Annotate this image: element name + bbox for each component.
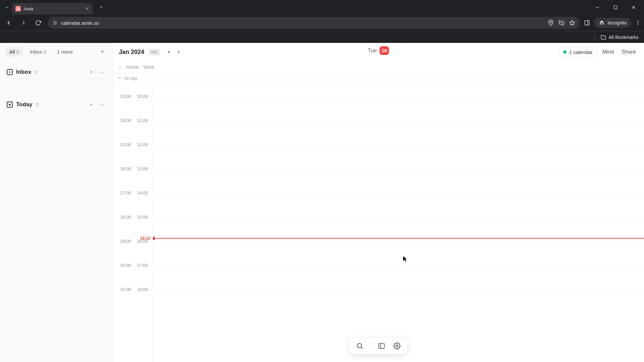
- tab-search-dropdown[interactable]: [3, 3, 11, 11]
- location-icon[interactable]: [548, 20, 554, 26]
- share-button[interactable]: Share: [620, 48, 638, 56]
- svg-marker-18: [168, 51, 169, 53]
- calendar-grid[interactable]: 13:0010:0014:0011:0015:0012:0016:0013:00…: [113, 83, 644, 362]
- svg-rect-11: [585, 20, 589, 25]
- pill-count: 0: [16, 49, 19, 55]
- bookmark-star-icon[interactable]: [569, 20, 575, 26]
- week-badge: W3: [148, 49, 160, 56]
- svg-point-16: [9, 71, 10, 73]
- sidebar-tab-more[interactable]: 1 more: [53, 47, 77, 57]
- forward-button[interactable]: [18, 17, 29, 28]
- svg-rect-17: [9, 104, 11, 106]
- calendar-count-label: 1 calendar: [569, 49, 593, 55]
- time-label: 17:0014:00: [113, 190, 153, 195]
- back-button[interactable]: [3, 17, 14, 28]
- minimize-button[interactable]: [590, 2, 605, 13]
- pill-label: Inbox: [30, 49, 42, 55]
- grid-lines: [153, 83, 644, 362]
- sidebar: All 0 Inbox 0 1 more + Inbox 0 + ⋯: [0, 43, 113, 362]
- incognito-label: Incognito: [607, 20, 627, 25]
- grid-line: [153, 97, 644, 97]
- list-section-inbox: Inbox 0 + ⋯: [5, 66, 107, 78]
- calendar-selector[interactable]: 1 calendar: [559, 47, 597, 57]
- list-add-button[interactable]: +: [88, 69, 95, 75]
- reload-button[interactable]: [33, 17, 44, 28]
- prev-week-button[interactable]: [164, 48, 173, 56]
- tracking-blocked-icon[interactable]: [558, 20, 565, 26]
- bookmarks-bar: | All Bookmarks: [0, 31, 644, 43]
- inbox-icon: [7, 69, 13, 75]
- collapse-allday-icon[interactable]: [117, 76, 121, 80]
- app: All 0 Inbox 0 1 more + Inbox 0 + ⋯: [0, 43, 644, 362]
- time-label: 20:0017:00: [113, 263, 153, 268]
- day-header: Tue 16: [368, 46, 389, 55]
- side-panel-icon[interactable]: [584, 20, 590, 26]
- grid-line: [153, 217, 644, 218]
- svg-line-21: [361, 347, 363, 349]
- next-week-button[interactable]: [174, 48, 183, 56]
- divider: [371, 342, 371, 350]
- list-title: Today: [16, 101, 33, 108]
- grid-line: [153, 290, 644, 290]
- tab-title: Amie: [23, 6, 83, 11]
- bottom-toolbar: [350, 338, 407, 354]
- timezone-row: + Home Work: [113, 61, 644, 73]
- svg-marker-19: [178, 51, 179, 53]
- svg-marker-10: [570, 20, 575, 25]
- sidebar-add-button[interactable]: +: [98, 47, 107, 57]
- site-settings-icon[interactable]: [52, 20, 58, 25]
- month-title: Jan 2024: [119, 49, 144, 56]
- svg-rect-22: [379, 344, 384, 349]
- main: Jan 2024 W3 Tue 16 1 calendar Meet: [113, 43, 644, 362]
- toggle-sidebar-button[interactable]: [377, 341, 386, 351]
- browser-menu-icon[interactable]: [635, 20, 641, 25]
- day-number-badge: 16: [379, 46, 389, 55]
- pill-count: 0: [44, 49, 46, 55]
- svg-point-8: [550, 21, 552, 23]
- grid-line: [153, 145, 644, 145]
- list-more-button[interactable]: ⋯: [98, 102, 106, 108]
- list-add-button[interactable]: +: [88, 102, 95, 108]
- new-tab-button[interactable]: +: [97, 3, 106, 12]
- tab-favicon: A: [15, 6, 21, 11]
- list-count: 0: [35, 69, 37, 75]
- settings-button[interactable]: [392, 341, 402, 351]
- today-icon: [7, 102, 13, 108]
- grid-line: [153, 121, 644, 121]
- svg-point-6: [55, 22, 56, 23]
- pill-label: All: [9, 49, 15, 55]
- browser-chrome: A Amie ✕ + ✕ calendar.ami: [0, 0, 644, 43]
- all-bookmarks-button[interactable]: All Bookmarks: [609, 35, 639, 40]
- sidebar-tab-inbox[interactable]: Inbox 0: [26, 47, 50, 57]
- day-name: Tue: [368, 48, 377, 54]
- address-bar[interactable]: calendar.amie.so: [48, 17, 580, 29]
- time-label: 16:0013:00: [113, 166, 153, 171]
- incognito-icon: [599, 20, 605, 26]
- maximize-button[interactable]: [608, 2, 623, 13]
- incognito-badge[interactable]: Incognito: [594, 18, 631, 28]
- time-label: 21:0018:00: [113, 287, 153, 292]
- list-title: Inbox: [16, 69, 31, 75]
- allday-row: All day: [113, 73, 644, 83]
- search-button[interactable]: [355, 341, 365, 351]
- time-label: 18:0015:00: [113, 215, 153, 220]
- list-section-today: Today 0 + ⋯: [5, 99, 107, 111]
- timezone-home[interactable]: Home: [126, 64, 139, 70]
- svg-point-20: [357, 344, 362, 348]
- time-gutter: 13:0010:0014:0011:0015:0012:0016:0013:00…: [113, 83, 153, 362]
- close-window-button[interactable]: ✕: [626, 2, 641, 13]
- add-timezone-button[interactable]: +: [119, 64, 121, 70]
- grid-line: [153, 193, 644, 193]
- timezone-work[interactable]: Work: [144, 64, 154, 70]
- browser-tab[interactable]: A Amie ✕: [12, 3, 93, 14]
- divider: |: [594, 35, 595, 40]
- list-more-button[interactable]: ⋯: [98, 69, 106, 75]
- pill-label: 1 more: [57, 49, 73, 55]
- meet-button[interactable]: Meet: [600, 48, 616, 56]
- list-header[interactable]: Today 0 + ⋯: [5, 99, 107, 111]
- list-header[interactable]: Inbox 0 + ⋯: [5, 66, 107, 78]
- time-label: 15:0012:00: [113, 142, 153, 147]
- close-tab-icon[interactable]: ✕: [85, 6, 89, 11]
- sidebar-tab-all[interactable]: All 0: [5, 47, 23, 57]
- grid-line: [153, 241, 644, 242]
